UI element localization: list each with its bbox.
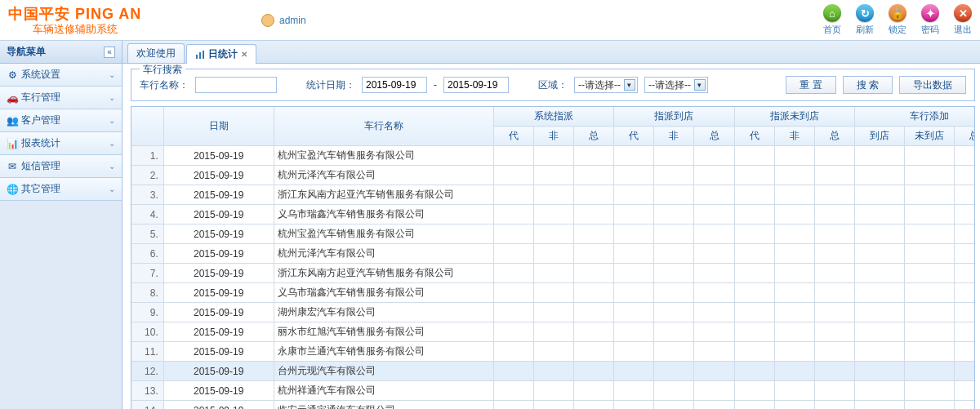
date-from-input[interactable] <box>362 77 427 93</box>
cell-data <box>955 166 975 185</box>
date-to-input[interactable] <box>443 77 509 93</box>
col-g2-fei[interactable]: 非 <box>654 127 694 146</box>
cell-dealer-name: 义乌市瑞鑫汽车销售服务有限公司 <box>274 205 494 225</box>
table-row[interactable]: 14.2015-09-19临安元通宝通汽车有限公司 <box>131 401 975 410</box>
cell-data <box>955 401 975 410</box>
home-button[interactable]: ⌂ 首页 <box>823 4 841 36</box>
refresh-button[interactable]: ↻ 刷新 <box>856 4 874 36</box>
cell-data <box>955 225 975 244</box>
cell-data <box>694 342 734 362</box>
table-row[interactable]: 3.2015-09-19浙江东风南方起亚汽车销售服务有限公司 <box>131 185 975 205</box>
cell-data <box>694 322 734 342</box>
region-select-1-value: --请选择-- <box>578 78 621 92</box>
refresh-button-label: 刷新 <box>856 24 874 36</box>
row-number: 2. <box>131 166 163 185</box>
table-row[interactable]: 9.2015-09-19湖州康宏汽车有限公司 <box>131 303 975 322</box>
dealer-name-input[interactable] <box>195 77 277 93</box>
region-select-1[interactable]: --请选择-- ▾ <box>574 77 638 93</box>
cell-dealer-name: 湖州康宏汽车有限公司 <box>274 303 494 322</box>
cell-data <box>854 322 904 342</box>
cell-data <box>654 322 694 342</box>
cell-date: 2015-09-19 <box>163 322 274 342</box>
table-row[interactable]: 11.2015-09-19永康市兰通汽车销售服务有限公司 <box>131 342 975 362</box>
cell-data <box>955 244 975 264</box>
cell-data <box>614 146 654 166</box>
cell-dealer-name: 浙江东风南方起亚汽车销售服务有限公司 <box>274 264 494 283</box>
col-g3-fei[interactable]: 非 <box>774 127 814 146</box>
col-g2-dai[interactable]: 代 <box>614 127 654 146</box>
cell-data <box>854 381 904 401</box>
export-button[interactable]: 导出数据 <box>899 76 966 94</box>
lock-icon: 🔒 <box>889 4 906 22</box>
col-g3-dai[interactable]: 代 <box>734 127 774 146</box>
cell-data <box>734 342 774 362</box>
cell-data <box>734 283 774 303</box>
cell-data <box>574 303 614 322</box>
stat-date-label: 统计日期： <box>306 78 355 92</box>
header-toolbar: ⌂ 首页 ↻ 刷新 🔒 锁定 ✦ 密码 ✕ 退出 <box>823 4 972 36</box>
cell-data <box>904 225 954 244</box>
table-row[interactable]: 10.2015-09-19丽水市红旭汽车销售服务有限公司 <box>131 322 975 342</box>
sidebar-item-5[interactable]: 🌐其它管理⌄ <box>0 178 122 201</box>
row-number: 4. <box>131 205 163 225</box>
col-dealer[interactable]: 车行名称 <box>274 107 494 146</box>
cell-data <box>574 146 614 166</box>
col-g4-daodian[interactable]: 到店 <box>854 127 904 146</box>
date-separator: - <box>434 79 437 91</box>
colgroup-dispatch-not-to-store: 指派未到店 <box>734 107 854 127</box>
table-row[interactable]: 7.2015-09-19浙江东风南方起亚汽车销售服务有限公司 <box>131 264 975 283</box>
table-row[interactable]: 12.2015-09-19台州元现汽车有限公司 <box>131 362 975 381</box>
exit-button[interactable]: ✕ 退出 <box>954 4 972 36</box>
cell-data <box>534 244 574 264</box>
password-button[interactable]: ✦ 密码 <box>921 4 939 36</box>
cell-date: 2015-09-19 <box>163 362 274 381</box>
cell-date: 2015-09-19 <box>163 244 274 264</box>
table-row[interactable]: 2.2015-09-19杭州元泽汽车有限公司 <box>131 166 975 185</box>
cell-data <box>814 146 854 166</box>
lock-button[interactable]: 🔒 锁定 <box>889 4 906 36</box>
table-row[interactable]: 5.2015-09-19杭州宝盈汽车销售服务有限公司 <box>131 225 975 244</box>
col-g4-weidaodian[interactable]: 未到店 <box>904 127 954 146</box>
col-g3-zong[interactable]: 总 <box>814 127 854 146</box>
cell-data <box>654 225 694 244</box>
cell-date: 2015-09-19 <box>163 146 274 166</box>
table-row[interactable]: 6.2015-09-19杭州元泽汽车有限公司 <box>131 244 975 264</box>
tab-close-button[interactable]: ✕ <box>241 50 247 59</box>
col-g4-zongshu[interactable]: 总数 <box>955 127 975 146</box>
sidebar-title-label: 导航菜单 <box>7 45 46 59</box>
tab-daily-stats[interactable]: 日统计 ✕ <box>186 44 256 64</box>
region-select-2[interactable]: --请选择-- ▾ <box>644 77 708 93</box>
table-row[interactable]: 8.2015-09-19义乌市瑞鑫汽车销售服务有限公司 <box>131 283 975 303</box>
col-date[interactable]: 日期 <box>163 107 274 146</box>
cell-data <box>614 264 654 283</box>
table-row[interactable]: 1.2015-09-19杭州宝盈汽车销售服务有限公司 <box>131 146 975 166</box>
sidebar-item-2[interactable]: 👥客户管理⌄ <box>0 109 122 132</box>
cell-data <box>854 244 904 264</box>
col-g1-fei[interactable]: 非 <box>534 127 574 146</box>
cell-data <box>614 381 654 401</box>
cell-data <box>814 225 854 244</box>
cell-data <box>574 342 614 362</box>
search-button[interactable]: 搜 索 <box>843 76 893 94</box>
cell-data <box>814 264 854 283</box>
sidebar-item-3[interactable]: 📊报表统计⌄ <box>0 132 122 155</box>
sidebar-collapse-button[interactable]: « <box>104 47 115 58</box>
table-row[interactable]: 13.2015-09-19杭州祥通汽车有限公司 <box>131 381 975 401</box>
cell-data <box>654 166 694 185</box>
col-g1-zong[interactable]: 总 <box>574 127 614 146</box>
svg-rect-1 <box>199 52 201 59</box>
tab-welcome[interactable]: 欢迎使用 <box>127 43 185 63</box>
col-g2-zong[interactable]: 总 <box>694 127 734 146</box>
cell-data <box>814 342 854 362</box>
table-row[interactable]: 4.2015-09-19义乌市瑞鑫汽车销售服务有限公司 <box>131 205 975 225</box>
sidebar-item-1[interactable]: 🚗车行管理⌄ <box>0 87 122 109</box>
cell-data <box>734 303 774 322</box>
sidebar-item-0[interactable]: ⚙系统设置⌄ <box>0 64 122 87</box>
tab-daily-stats-label: 日统计 <box>208 47 238 61</box>
cell-data <box>854 303 904 322</box>
home-icon: ⌂ <box>823 4 841 22</box>
sidebar-item-4[interactable]: ✉短信管理⌄ <box>0 155 122 178</box>
col-g1-dai[interactable]: 代 <box>494 127 534 146</box>
reset-button[interactable]: 重 置 <box>786 76 835 94</box>
colgroup-sys-dispatch: 系统指派 <box>494 107 614 127</box>
